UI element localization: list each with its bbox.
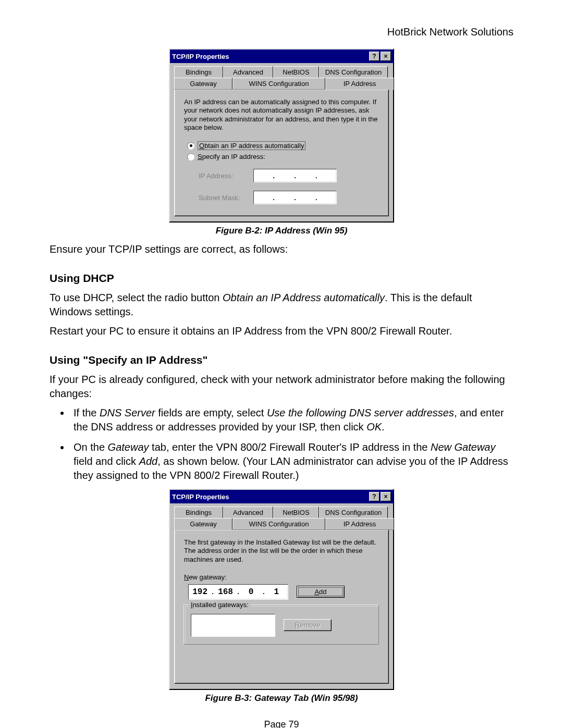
help-icon[interactable]: ? (369, 492, 380, 501)
tab-netbios[interactable]: NetBIOS (273, 66, 319, 78)
close-icon[interactable]: × (381, 52, 391, 61)
list-item: On the Gateway tab, enter the VPN 800/2 … (70, 440, 513, 483)
dialog-tcpip-b2: TCP/IP Properties ? × Bindings Advanced … (169, 48, 394, 223)
body-text: If your PC is already configured, check … (50, 373, 513, 401)
tab-netbios[interactable]: NetBIOS (273, 507, 319, 519)
installed-gateways-group: Installed gateways: Remove (184, 605, 379, 645)
figure-caption: Figure B-3: Gateway Tab (Win 95/98) (50, 693, 513, 704)
tab-wins[interactable]: WINS Configuration (232, 78, 325, 90)
body-text: To use DHCP, select the radio button Obt… (50, 291, 513, 319)
tab-panel: The first gateway in the Installed Gatew… (174, 529, 389, 684)
figure-caption: Figure B-2: IP Address (Win 95) (50, 226, 513, 236)
subnet-mask-field[interactable]: .. .. .. . (253, 191, 337, 204)
tab-ipaddress[interactable]: IP Address (325, 78, 394, 90)
tab-ipaddress[interactable]: IP Address (325, 518, 394, 530)
new-gateway-label: New gateway: (184, 573, 379, 581)
tab-gateway[interactable]: Gateway (174, 78, 232, 90)
tab-advanced[interactable]: Advanced (223, 66, 273, 78)
radio-label: Obtain an IP address automatically (198, 141, 305, 150)
tab-dns[interactable]: DNS Configuration (319, 507, 388, 519)
titlebar: TCP/IP Properties ? × (170, 50, 393, 63)
titlebar: TCP/IP Properties ? × (170, 490, 393, 503)
tab-panel: An IP address can be automatically assig… (174, 89, 389, 216)
add-button[interactable]: Add (297, 586, 345, 598)
radio-specify-ip[interactable]: Specify an IP address: (187, 153, 379, 161)
radio-label: Specify an IP address: (198, 153, 265, 161)
new-gateway-field[interactable]: 192. 168. 0. 1 (188, 584, 288, 600)
installed-gateways-label: Installed gateways: (189, 601, 251, 609)
dialog-tcpip-b3: TCP/IP Properties ? × Bindings Advanced … (169, 489, 394, 690)
help-icon[interactable]: ? (369, 52, 380, 61)
window-title: TCP/IP Properties (172, 493, 368, 501)
ip-address-field[interactable]: .. .. .. . (253, 169, 337, 182)
list-item: If the DNS Server fields are empty, sele… (70, 406, 513, 434)
tab-bindings[interactable]: Bindings (174, 66, 223, 78)
body-text: Restart your PC to ensure it obtains an … (50, 324, 513, 338)
subnet-mask-label: Subnet Mask: (199, 194, 253, 202)
tab-bindings[interactable]: Bindings (174, 507, 223, 519)
close-icon[interactable]: × (381, 492, 391, 501)
tab-dns[interactable]: DNS Configuration (319, 66, 388, 78)
remove-button[interactable]: Remove (284, 619, 332, 631)
bullet-list: If the DNS Server fields are empty, sele… (50, 406, 513, 483)
ip-address-label: IP Address: (199, 172, 253, 180)
page-number: Page 79 (50, 719, 513, 728)
window-title: TCP/IP Properties (172, 53, 368, 60)
panel-description: The first gateway in the Installed Gatew… (184, 538, 379, 564)
body-text: Ensure your TCP/IP settings are correct,… (50, 242, 513, 256)
radio-icon (187, 153, 194, 161)
tab-advanced[interactable]: Advanced (223, 507, 273, 519)
radio-obtain-auto[interactable]: Obtain an IP address automatically (187, 141, 379, 150)
installed-gateways-list[interactable] (191, 614, 275, 637)
heading-specify: Using "Specify an IP Address" (50, 354, 513, 366)
panel-description: An IP address can be automatically assig… (184, 98, 379, 132)
heading-dhcp: Using DHCP (50, 272, 513, 285)
radio-icon (187, 142, 194, 150)
tab-wins[interactable]: WINS Configuration (232, 518, 325, 530)
page-header: HotBrick Network Solutions (50, 26, 513, 38)
tab-gateway[interactable]: Gateway (174, 518, 232, 530)
